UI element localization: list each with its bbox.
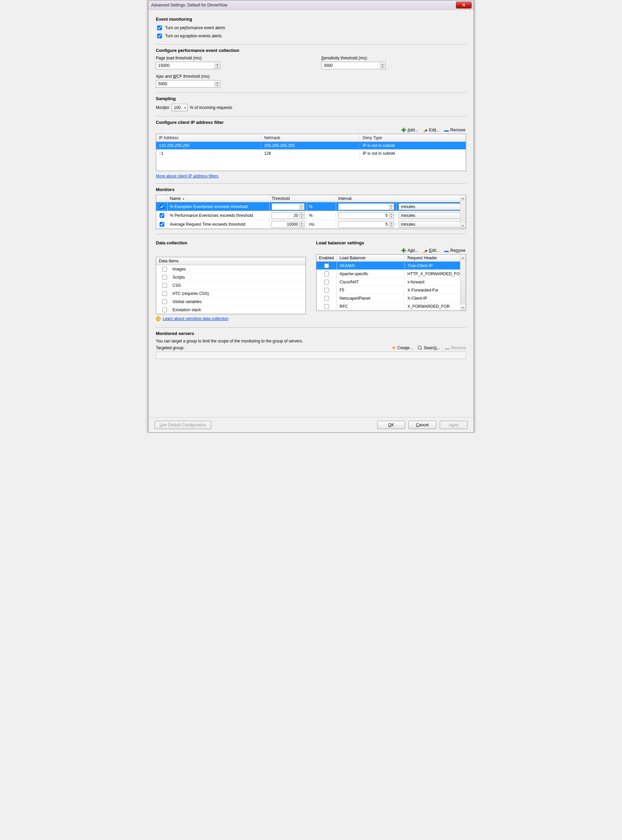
cancel-button[interactable]: Cancel [409, 421, 436, 429]
spinner-down[interactable]: ▼ [380, 66, 385, 69]
interval-unit-select[interactable]: minutes [399, 212, 463, 219]
monitor-row[interactable]: Average Request Time exceeds threshold ▲… [156, 220, 466, 229]
interval-spinner[interactable]: ▲▼ [338, 221, 394, 228]
ip-row[interactable]: 110.255.255.255 255.255.255.255 IP is no… [156, 142, 466, 150]
threshold-spinner[interactable]: ▲▼ [271, 212, 305, 219]
monitors-threshold-header[interactable]: Threshold [270, 195, 336, 202]
dialog-window: Advanced Settings: Default for DinnerNow… [148, 0, 474, 433]
lb-name-header[interactable]: Load Balancer [337, 254, 405, 261]
data-item-row[interactable]: Scripts [156, 273, 306, 282]
monitors-name-header[interactable]: Name▲ [168, 195, 270, 202]
lb-checkbox[interactable] [324, 280, 329, 285]
titlebar[interactable]: Advanced Settings: Default for DinnerNow… [148, 0, 474, 10]
data-collection-heading: Data collection [156, 240, 306, 245]
lb-checkbox[interactable] [324, 271, 329, 276]
data-collection-grid: Data Items Images Scripts CSS HTC (requi… [156, 257, 306, 314]
lb-row[interactable]: Netscape/iPlanetX-Client-IP [316, 294, 466, 303]
lb-checkbox[interactable] [324, 263, 329, 268]
data-item-row[interactable]: Exception stack [156, 306, 306, 314]
minus-icon [444, 251, 449, 252]
data-item-row[interactable]: CSS [156, 282, 306, 289]
create-button[interactable]: ✸Create... [392, 345, 413, 350]
lb-add-button[interactable]: Add... [401, 248, 418, 253]
lb-checkbox[interactable] [324, 304, 329, 309]
data-item-checkbox[interactable] [162, 299, 167, 304]
monitored-servers-heading: Monitored servers [156, 331, 466, 336]
data-item-checkbox[interactable] [162, 275, 167, 280]
data-items-header[interactable]: Data Items [156, 257, 306, 265]
exc-alerts-checkbox[interactable] [157, 33, 162, 38]
lb-checkbox[interactable] [324, 296, 329, 301]
ajax-spinner[interactable]: ▲▼ [156, 80, 220, 88]
lb-row[interactable]: F5X-Forwarded-For [316, 286, 466, 294]
lb-row[interactable]: RFCX_FORWARDED_FOR [316, 303, 466, 310]
ip-col-header[interactable]: IP Address [156, 134, 261, 142]
spinner-down[interactable]: ▼ [215, 84, 220, 87]
lb-edit-button[interactable]: Edit... [423, 248, 440, 253]
page-load-input[interactable] [157, 63, 214, 68]
monitor-checkbox[interactable] [160, 222, 164, 227]
ip-remove-button[interactable]: Remove [444, 128, 465, 132]
lb-remove-button[interactable]: Remove [444, 248, 465, 253]
lb-enabled-header[interactable]: Enabled [316, 254, 337, 261]
ip-edit-button[interactable]: Edit... [423, 128, 440, 132]
data-item-checkbox[interactable] [162, 307, 167, 312]
data-item-row[interactable]: Global variables [156, 298, 306, 306]
perf-alerts-label: Turn on performance event alerts [165, 26, 225, 30]
exc-alerts-label: Turn on exception events alerts [165, 33, 222, 38]
lb-row[interactable]: Apache-specificHTTP_X_FORWARDED_FOR [316, 270, 466, 278]
scrollbar[interactable]: ▲▼ [460, 255, 465, 310]
page-load-spinner[interactable]: ▲▼ [156, 62, 220, 69]
scrollbar[interactable]: ▲▼ [460, 195, 465, 228]
spinner-up[interactable]: ▲ [215, 62, 220, 66]
data-item-checkbox[interactable] [162, 291, 167, 296]
content-area[interactable]: Event monitoring Turn on performance eve… [148, 10, 474, 417]
monitor-checkbox[interactable] [160, 204, 164, 209]
ok-button[interactable]: OK [377, 421, 405, 429]
threshold-spinner[interactable]: ▲▼ [271, 203, 305, 210]
spinner-down[interactable]: ▼ [215, 66, 220, 69]
ajax-input[interactable] [157, 81, 214, 87]
search-button[interactable]: Search... [418, 345, 440, 350]
monitor-row[interactable]: % Performance Events/sec exceeds thresho… [156, 211, 466, 220]
threshold-spinner[interactable]: ▲▼ [271, 221, 305, 228]
lb-header-header[interactable]: Request Header [405, 254, 466, 261]
sensitivity-input[interactable] [323, 63, 379, 68]
sensitive-data-link[interactable]: Learn about sensitive data collection [163, 316, 229, 321]
spinner-up[interactable]: ▲ [380, 62, 385, 66]
monitors-interval-header[interactable]: Interval [336, 195, 466, 202]
targeted-group-label: Targeted group: [156, 345, 392, 350]
lb-row[interactable]: Cisco/NATx-forward [316, 278, 466, 286]
ip-add-button[interactable]: Add... [401, 128, 418, 132]
mask-col-header[interactable]: Netmask [261, 134, 360, 142]
deny-col-header[interactable]: Deny Type [360, 134, 466, 142]
ip-filter-help-link[interactable]: More about client IP address filters [156, 174, 219, 178]
interval-spinner[interactable]: ▲▼ [338, 203, 394, 210]
load-balancer-heading: Load balancer settings [316, 240, 466, 245]
close-button[interactable]: ✕ [456, 2, 472, 9]
data-item-checkbox[interactable] [162, 267, 167, 271]
targeted-remove-button: Remove [445, 345, 466, 350]
monitor-row[interactable]: % Exception Events/sec exceeds threshold… [156, 202, 466, 211]
monitor-value: 100 [174, 105, 181, 110]
lb-checkbox[interactable] [324, 288, 329, 292]
ip-row[interactable]: ::1 128 IP is not in subnet [156, 150, 466, 157]
monitor-checkbox[interactable] [160, 213, 164, 218]
monitors-heading: Monitors [156, 187, 466, 192]
perf-alerts-checkbox[interactable] [157, 26, 162, 30]
targeted-group-input[interactable] [156, 352, 466, 359]
interval-unit-select[interactable]: minutes [399, 203, 463, 210]
spinner-up[interactable]: ▲ [215, 81, 220, 84]
interval-spinner[interactable]: ▲▼ [338, 212, 394, 219]
monitor-select[interactable]: 100 [171, 104, 188, 111]
data-item-row[interactable]: Images [156, 265, 306, 273]
interval-unit-select[interactable]: minutes [399, 221, 463, 228]
sensitivity-spinner[interactable]: ▲▼ [321, 62, 386, 69]
lb-row[interactable]: AKAMAITrue-Client-IP [316, 262, 466, 270]
sensitivity-label: Sensitivity threshold (ms): [321, 56, 466, 61]
data-item-checkbox[interactable] [162, 283, 167, 288]
plus-icon [401, 128, 406, 132]
data-item-row[interactable]: HTC (requires CSS) [156, 289, 306, 298]
apply-button: Apply [440, 421, 468, 429]
ajax-label: Ajax and WCF threshold (ms): [156, 74, 301, 79]
